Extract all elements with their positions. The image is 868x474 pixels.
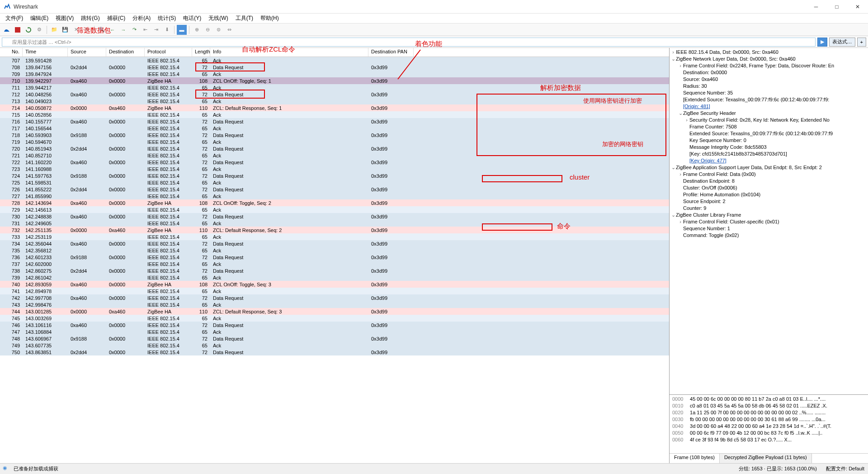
tree-node[interactable]: ⌄ZigBee Security Header bbox=[670, 110, 867, 117]
packet-row[interactable]: 740142.8930590xa4600x0000ZigBee HA108ZCL… bbox=[0, 281, 669, 288]
expand-icon[interactable]: › bbox=[684, 117, 689, 123]
last-icon[interactable]: ⇥ bbox=[151, 25, 161, 35]
menu-item[interactable]: 编辑(E) bbox=[27, 14, 52, 23]
packet-row[interactable]: 721140.852710IEEE 802.15.465Ack bbox=[0, 152, 669, 159]
goto-icon[interactable]: ↷ bbox=[129, 25, 139, 35]
menu-item[interactable]: 视图(V) bbox=[52, 14, 77, 23]
packet-row[interactable]: 710139.9422970xa4600x0000ZigBee HA108ZCL… bbox=[0, 77, 669, 84]
first-icon[interactable]: ⇤ bbox=[140, 25, 150, 35]
column-header[interactable]: Length bbox=[192, 48, 210, 57]
next-icon[interactable]: → bbox=[118, 25, 128, 35]
expand-icon[interactable]: ⌄ bbox=[670, 164, 676, 171]
tree-node[interactable]: ›Frame Control Field: 0x2248, Frame Type… bbox=[670, 62, 867, 69]
menu-item[interactable]: 跳转(G) bbox=[77, 14, 103, 23]
close-file-icon[interactable]: ✕ bbox=[71, 25, 81, 35]
tree-node[interactable]: ⌄ZigBee Cluster Library Frame bbox=[670, 212, 867, 218]
packet-row[interactable]: 745143.003269IEEE 802.15.465Ack bbox=[0, 315, 669, 322]
packet-row[interactable]: 719140.594670IEEE 802.15.465Ack bbox=[0, 138, 669, 145]
packet-row[interactable]: 727141.855990IEEE 802.15.465Ack bbox=[0, 193, 669, 199]
packet-row[interactable]: 730142.2488380xa4600x0000IEEE 802.15.472… bbox=[0, 213, 669, 220]
expand-icon[interactable]: › bbox=[678, 171, 683, 178]
packet-row[interactable]: 714140.0508720x00000xa460ZigBee HA110ZCL… bbox=[0, 104, 669, 111]
packet-row[interactable]: 750143.8638510x2dd40x0000IEEE 802.15.472… bbox=[0, 349, 669, 356]
hex-row[interactable]: 0010 c0 a8 01 03 45 5a 45 5a 00 58 db 06… bbox=[672, 403, 865, 409]
packet-row[interactable]: 709139.847924IEEE 802.15.465Ack bbox=[0, 71, 669, 77]
tree-node[interactable]: [Origin: 481] bbox=[670, 103, 867, 110]
expert-info-icon[interactable]: ◉ bbox=[3, 465, 11, 473]
packet-bytes-hex[interactable]: 0000 45 00 00 6c 00 00 00 00 80 11 b7 2a… bbox=[670, 394, 868, 453]
bytes-tab[interactable]: Frame (108 bytes) bbox=[670, 454, 720, 463]
zoom-normal-icon[interactable]: ⊜ bbox=[213, 25, 223, 35]
packet-row[interactable]: 720140.8519430x2dd40x0000IEEE 802.15.472… bbox=[0, 145, 669, 152]
packet-row[interactable]: 738142.8602750x2dd40x0000IEEE 802.15.472… bbox=[0, 267, 669, 274]
apply-filter-button[interactable]: ▶ bbox=[817, 38, 827, 47]
prev-icon[interactable]: ← bbox=[108, 25, 118, 35]
expand-icon[interactable]: ⌄ bbox=[670, 56, 676, 62]
packet-row[interactable]: 744143.0012850x00000xa460ZigBee HA110ZCL… bbox=[0, 308, 669, 315]
reload-icon[interactable]: ↻ bbox=[82, 25, 92, 35]
tree-node[interactable]: ›Frame Control Field: Cluster-specific (… bbox=[670, 218, 867, 225]
menu-item[interactable]: 电话(Y) bbox=[179, 14, 205, 23]
packet-row[interactable]: 715140.052856IEEE 802.15.465Ack bbox=[0, 111, 669, 118]
tree-node[interactable]: Destination Endpoint: 8 bbox=[670, 178, 867, 185]
bytes-tab[interactable]: Decrypted ZigBee Payload (11 bytes) bbox=[720, 454, 812, 463]
tree-node[interactable]: Key Sequence Number: 0 bbox=[670, 137, 867, 144]
column-header[interactable]: Info bbox=[210, 48, 368, 57]
packet-row[interactable]: 749143.607735IEEE 802.15.465Ack bbox=[0, 342, 669, 349]
minimize-button[interactable]: ─ bbox=[806, 0, 826, 14]
hex-row[interactable]: 0050 00 00 6c f9 77 09 00 4b 12 00 00 bc… bbox=[672, 430, 865, 436]
resize-columns-icon[interactable]: ⇔ bbox=[224, 25, 234, 35]
hex-row[interactable]: 0040 3d 00 00 60 a4 48 22 00 00 60 a4 1e… bbox=[672, 423, 865, 430]
tree-node[interactable]: Counter: 9 bbox=[670, 205, 867, 212]
tree-node[interactable]: Cluster: On/Off (0x0006) bbox=[670, 185, 867, 191]
tree-node[interactable]: Destination: 0x0000 bbox=[670, 69, 867, 76]
expand-icon[interactable]: ⌄ bbox=[670, 212, 676, 218]
packet-row[interactable]: 742142.9977080xa4600x0000IEEE 802.15.472… bbox=[0, 294, 669, 301]
packet-row[interactable]: 716140.1557770xa4600x0000IEEE 802.15.472… bbox=[0, 118, 669, 125]
packet-row[interactable]: 734142.3560440xa4600x0000IEEE 802.15.472… bbox=[0, 240, 669, 247]
tree-node[interactable]: ›Security Control Field: 0x28, Key Id: N… bbox=[670, 117, 867, 123]
restart-capture-button[interactable] bbox=[24, 25, 33, 35]
packet-row[interactable]: 722141.1602200xa4600x0000IEEE 802.15.472… bbox=[0, 159, 669, 166]
tree-node[interactable]: Message Integrity Code: 8dc55803 bbox=[670, 144, 867, 151]
expression-button[interactable]: 表达式… bbox=[829, 38, 855, 47]
column-header[interactable]: No. bbox=[0, 48, 23, 57]
packet-row[interactable]: 732142.2511350x00000xa460ZigBee HA110ZCL… bbox=[0, 227, 669, 233]
add-filter-button[interactable]: + bbox=[857, 38, 866, 47]
maximize-button[interactable]: □ bbox=[826, 0, 847, 14]
packet-row[interactable]: 717140.156544IEEE 802.15.465Ack bbox=[0, 125, 669, 132]
tree-node[interactable]: Source: 0xa460 bbox=[670, 76, 867, 83]
open-icon[interactable]: 📁 bbox=[49, 25, 59, 35]
expand-icon[interactable]: › bbox=[678, 62, 683, 69]
tree-node[interactable]: Command: Toggle (0x02) bbox=[670, 232, 867, 239]
packet-details-tree[interactable]: ›IEEE 802.15.4 Data, Dst: 0x0000, Src: 0… bbox=[670, 48, 868, 394]
packet-list-body[interactable]: 707139.591428IEEE 802.15.465Ack708139.84… bbox=[0, 57, 669, 463]
tree-node[interactable]: [Key Origin: 477] bbox=[670, 157, 867, 164]
menu-item[interactable]: 工具(T) bbox=[232, 14, 257, 23]
packet-row[interactable]: 723141.160988IEEE 802.15.465Ack bbox=[0, 166, 669, 172]
options-icon[interactable]: ⚙ bbox=[34, 25, 44, 35]
tree-node[interactable]: ⌄ZigBee Network Layer Data, Dst: 0x0000,… bbox=[670, 56, 867, 62]
packet-row[interactable]: 741142.894978IEEE 802.15.465Ack bbox=[0, 288, 669, 294]
packet-row[interactable]: 743142.998476IEEE 802.15.465Ack bbox=[0, 301, 669, 308]
packet-row[interactable]: 748143.6069670x91880x0000IEEE 802.15.472… bbox=[0, 335, 669, 342]
packet-row[interactable]: 747143.106884IEEE 802.15.465Ack bbox=[0, 328, 669, 335]
packet-row[interactable]: 737142.602000IEEE 802.15.465Ack bbox=[0, 261, 669, 267]
packet-row[interactable]: 739142.861042IEEE 802.15.465Ack bbox=[0, 274, 669, 281]
column-header[interactable]: Destination PAN bbox=[368, 48, 414, 57]
colorize-icon[interactable]: ▬ bbox=[177, 25, 187, 35]
packet-row[interactable]: 712140.0482560xa4600x0000IEEE 802.15.472… bbox=[0, 91, 669, 98]
packet-row[interactable]: 713140.049023IEEE 802.15.465Ack bbox=[0, 98, 669, 104]
packet-row[interactable]: 735142.356812IEEE 802.15.465Ack bbox=[0, 247, 669, 254]
save-icon[interactable]: 💾 bbox=[60, 25, 70, 35]
tree-node[interactable]: Frame Counter: 7508 bbox=[670, 123, 867, 130]
hex-row[interactable]: 0060 4f ce 3f 93 f4 9b 8d c5 58 03 17 ec… bbox=[672, 436, 865, 443]
menu-item[interactable]: 分析(A) bbox=[129, 14, 154, 23]
display-filter-input[interactable] bbox=[2, 38, 816, 47]
menu-item[interactable]: 无线(W) bbox=[205, 14, 231, 23]
stop-capture-button[interactable] bbox=[13, 25, 23, 35]
packet-row[interactable]: 728142.1436940xa4600x0000ZigBee HA108ZCL… bbox=[0, 199, 669, 206]
tree-node[interactable]: [Extended Source: TexasIns_00:09:77:f9:6… bbox=[670, 96, 867, 103]
packet-row[interactable]: 726141.8552220x2dd40x0000IEEE 802.15.472… bbox=[0, 186, 669, 193]
packet-row[interactable]: 718140.5939030x91880x0000IEEE 802.15.472… bbox=[0, 132, 669, 138]
